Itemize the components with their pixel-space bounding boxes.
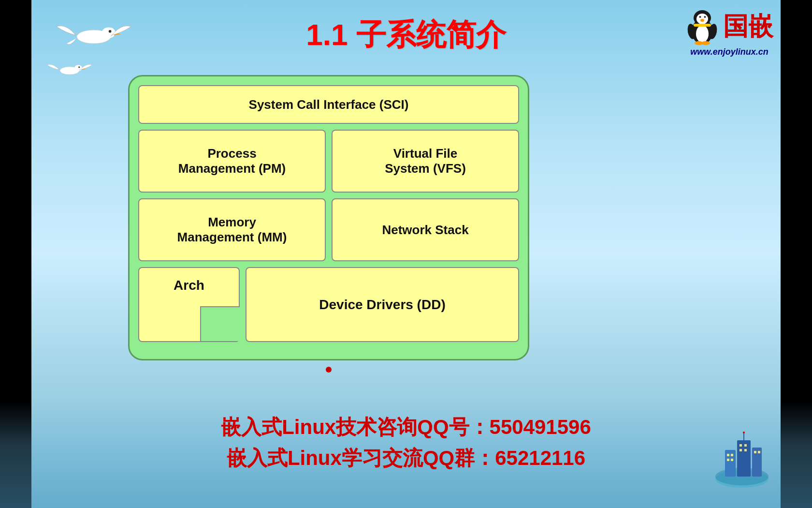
indicator-dot: [326, 367, 332, 373]
svg-rect-25: [737, 440, 751, 477]
network-label: Network Stack: [382, 223, 468, 238]
arch-label: Arch: [174, 278, 204, 293]
dd-label: Device Drivers (DD): [319, 297, 445, 313]
vfs-box: Virtual File System (VFS): [332, 130, 519, 193]
svg-rect-28: [731, 454, 733, 456]
building-icon: [710, 431, 773, 489]
dd-box: Device Drivers (DD): [246, 267, 519, 342]
svg-rect-24: [725, 450, 736, 477]
city-icon: [710, 431, 773, 489]
bottom-text-area: 嵌入式Linux技术咨询QQ号：550491596 嵌入式Linux学习交流QQ…: [221, 414, 591, 472]
sci-box: System Call Interface (SCI): [138, 85, 519, 124]
svg-point-38: [743, 432, 745, 433]
footer-line2: 嵌入式Linux学习交流QQ群：65212116: [221, 445, 591, 472]
mm-label: Memory Management (MM): [177, 215, 287, 245]
svg-point-15: [102, 27, 116, 38]
brand-name: 国嵌: [723, 10, 773, 44]
svg-point-8: [700, 19, 704, 22]
pm-label: Process Management (PM): [178, 146, 286, 176]
network-box: Network Stack: [332, 198, 519, 261]
svg-point-17: [109, 30, 112, 33]
svg-rect-32: [744, 444, 747, 447]
svg-rect-27: [727, 454, 729, 456]
arch-box: Arch: [138, 267, 240, 342]
footer-line1: 嵌入式Linux技术咨询QQ号：550491596: [221, 414, 591, 441]
page-title: 1.1 子系统简介: [306, 15, 506, 55]
svg-point-1: [696, 25, 709, 43]
main-container: 1.1 子系统简介: [0, 0, 812, 508]
pm-vfs-row: Process Management (PM) Virtual File Sys…: [138, 130, 519, 193]
svg-rect-31: [740, 444, 742, 447]
svg-rect-29: [727, 459, 729, 461]
svg-point-21: [78, 66, 80, 68]
svg-rect-30: [731, 459, 733, 461]
svg-point-13: [701, 41, 710, 45]
logo-top: 国嵌: [685, 7, 773, 46]
left-bar: [0, 0, 31, 508]
svg-point-6: [699, 16, 701, 18]
svg-rect-35: [754, 451, 756, 453]
svg-rect-34: [744, 449, 747, 451]
arch-dd-row: Arch Device Drivers (DD): [138, 267, 519, 342]
svg-rect-33: [740, 449, 742, 451]
svg-rect-36: [758, 451, 760, 453]
mm-box: Memory Management (MM): [138, 198, 326, 261]
logo-area: 国嵌 www.enjoylinux.cn: [685, 7, 773, 57]
sci-label: System Call Interface (SCI): [249, 97, 409, 112]
vfs-label: Virtual File System (VFS): [385, 146, 466, 176]
diagram-container: System Call Interface (SCI) Process Mana…: [128, 75, 529, 360]
svg-rect-9: [694, 24, 711, 27]
pm-box: Process Management (PM): [138, 130, 326, 193]
website-url: www.enjoylinux.cn: [690, 47, 768, 57]
svg-point-19: [74, 65, 82, 71]
right-bar: [781, 0, 812, 508]
penguin-icon: [685, 7, 719, 46]
mm-network-row: Memory Management (MM) Network Stack: [138, 198, 519, 261]
svg-point-7: [704, 16, 706, 18]
